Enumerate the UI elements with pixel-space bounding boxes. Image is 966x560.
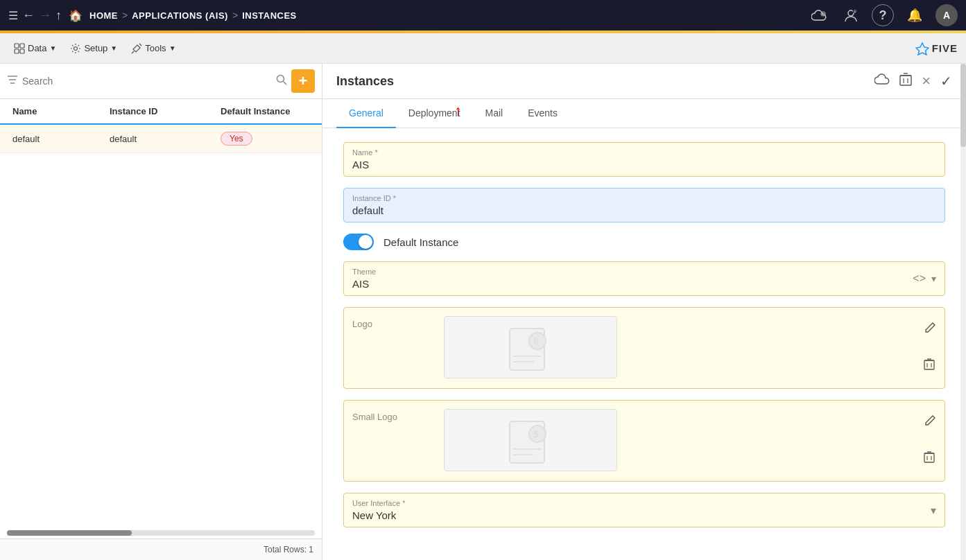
svg-rect-19: [900, 76, 911, 85]
code-icon[interactable]: <>: [913, 272, 926, 285]
user-interface-label: User Interface *: [352, 499, 931, 507]
breadcrumb-home[interactable]: HOME: [89, 10, 118, 21]
instance-id-value[interactable]: default: [352, 204, 936, 216]
svg-rect-6: [15, 44, 19, 48]
user-interface-inner: User Interface * New York: [352, 499, 931, 521]
instance-id-field: Instance ID * default: [343, 188, 945, 222]
tools-label: Tools: [145, 43, 166, 53]
right-scrollbar[interactable]: [960, 64, 966, 560]
tools-dropdown-icon: ▼: [169, 44, 176, 52]
tools-icon: [131, 43, 142, 54]
right-panel: Instances × ✓: [322, 64, 966, 560]
svg-marker-13: [916, 43, 929, 55]
table-body: default default Yes: [0, 125, 322, 527]
total-rows-label: Total Rows: 1: [264, 545, 313, 554]
row-name: default: [7, 125, 104, 152]
toolbar-data[interactable]: Data ▼: [8, 40, 62, 57]
tabs-bar: General Deployment Mail Events ↑: [322, 99, 966, 128]
form-content: Name * AIS Instance ID * default Default…: [322, 128, 966, 560]
col-name: Name: [7, 99, 104, 123]
toolbar-tools[interactable]: Tools ▼: [126, 40, 181, 57]
delete-action-icon[interactable]: [899, 73, 912, 90]
right-scrollbar-thumb[interactable]: [960, 64, 966, 147]
theme-label: Theme: [352, 268, 913, 276]
user-interface-value[interactable]: New York: [352, 509, 931, 521]
svg-rect-7: [20, 44, 24, 48]
toolbar: Data ▼ Setup ▼ Tools ▼ FIVE: [0, 33, 966, 64]
name-value[interactable]: AIS: [352, 159, 936, 170]
toggle-knob: [359, 235, 372, 249]
five-logo: FIVE: [915, 42, 958, 55]
user-nav-icon[interactable]: +: [840, 4, 862, 26]
help-icon[interactable]: ?: [872, 4, 894, 26]
bell-icon[interactable]: 🔔: [904, 4, 926, 26]
search-input[interactable]: [22, 76, 272, 87]
menu-icon[interactable]: ☰: [8, 9, 18, 22]
table-row[interactable]: default default Yes: [0, 125, 322, 153]
svg-text:$: $: [533, 335, 539, 347]
small-logo-image-col: $: [444, 409, 915, 471]
breadcrumb-area: ☰ ← → ↑ 🏠 HOME > APPLICATIONS (AIS) > IN…: [8, 8, 802, 23]
svg-rect-9: [20, 49, 24, 53]
forward-icon[interactable]: →: [39, 8, 51, 23]
chevron-down-icon[interactable]: ▾: [931, 273, 936, 284]
add-button[interactable]: +: [291, 69, 315, 93]
logo-row: Logo $: [343, 307, 945, 389]
cloud-nav-icon[interactable]: [808, 4, 830, 26]
default-instance-toggle[interactable]: [343, 234, 374, 250]
col-default-instance: Default Instance: [215, 99, 315, 123]
page-title: Instances: [336, 74, 874, 89]
confirm-action-icon[interactable]: ✓: [940, 73, 952, 89]
user-interface-dropdown-icon[interactable]: ▾: [931, 504, 936, 517]
close-action-icon[interactable]: ×: [922, 72, 931, 90]
svg-point-10: [74, 46, 78, 50]
theme-value[interactable]: AIS: [352, 278, 913, 290]
toolbar-setup[interactable]: Setup ▼: [64, 40, 123, 57]
scrollbar-thumb[interactable]: [7, 530, 132, 536]
instance-id-label: Instance ID *: [352, 194, 936, 202]
user-interface-field-box: User Interface * New York ▾: [343, 493, 945, 527]
avatar[interactable]: A: [935, 4, 958, 26]
svg-point-17: [277, 76, 284, 82]
svg-rect-8: [15, 49, 19, 53]
svg-text:$: $: [533, 428, 539, 439]
small-logo-label: Small Logo: [352, 409, 435, 422]
search-icon[interactable]: [276, 74, 287, 88]
row-instance-id: default: [104, 125, 215, 152]
logo-edit-icon[interactable]: [924, 322, 936, 338]
theme-field-box: Theme AIS <> ▾: [343, 261, 945, 296]
small-logo-row: Small Logo $: [343, 400, 945, 482]
sep2: >: [232, 10, 238, 21]
svg-line-18: [284, 82, 287, 85]
table-footer: Total Rows: 1: [0, 539, 322, 560]
theme-field: Theme AIS <> ▾: [343, 261, 945, 296]
breadcrumb-instances[interactable]: INSTANCES: [242, 10, 297, 21]
tab-general[interactable]: General: [336, 99, 396, 128]
left-panel: + Name Instance ID Default Instance defa…: [0, 64, 322, 560]
yes-badge: Yes: [221, 132, 252, 146]
cloud-action-icon[interactable]: [874, 73, 890, 89]
theme-inner: Theme AIS: [352, 268, 913, 290]
logo-placeholder[interactable]: $: [444, 316, 617, 378]
small-logo-delete-icon[interactable]: [924, 451, 936, 467]
breadcrumb-applications[interactable]: APPLICATIONS (AIS): [132, 10, 228, 21]
horizontal-scrollbar[interactable]: [7, 530, 315, 536]
table-header: Name Instance ID Default Instance: [0, 99, 322, 125]
search-bar: +: [0, 64, 322, 99]
small-logo-placeholder[interactable]: $: [444, 409, 617, 471]
col-instance-id: Instance ID: [104, 99, 215, 123]
svg-text:+: +: [854, 10, 856, 14]
small-logo-edit-icon[interactable]: [924, 414, 936, 430]
svg-line-12: [132, 51, 134, 53]
filter-icon: [7, 75, 18, 87]
five-logo-icon: [915, 42, 929, 55]
data-dropdown-icon: ▼: [49, 44, 56, 52]
tab-events[interactable]: Events: [515, 99, 570, 128]
logo-delete-icon[interactable]: [924, 358, 936, 374]
up-icon[interactable]: ↑: [55, 8, 62, 23]
tab-deployment[interactable]: Deployment: [396, 99, 473, 128]
tab-mail[interactable]: Mail: [473, 99, 516, 128]
back-icon[interactable]: ←: [22, 8, 35, 23]
logo-actions: [924, 316, 936, 380]
logo-image-col: $: [444, 316, 915, 378]
